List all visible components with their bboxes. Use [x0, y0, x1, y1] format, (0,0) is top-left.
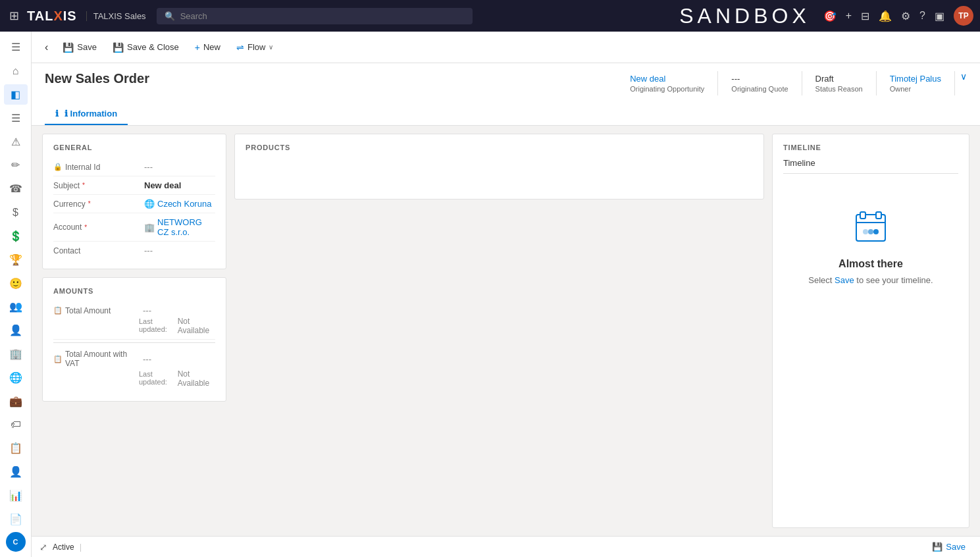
- sidebar-item-pinned[interactable]: ☰: [4, 107, 28, 128]
- sidebar-item-alerts[interactable]: ⚠: [4, 131, 28, 152]
- tab-information[interactable]: ℹ ℹ Information: [45, 103, 128, 125]
- total-amount-value: ---: [143, 305, 151, 315]
- page-header: New Sales Order New deal Originating Opp…: [32, 63, 980, 126]
- status-chevron-icon[interactable]: ∨: [955, 71, 967, 82]
- account-required: *: [84, 224, 87, 231]
- expand-icon[interactable]: ⤢: [39, 542, 47, 552]
- bottom-save-button[interactable]: 💾 Save: [925, 539, 972, 554]
- save-button[interactable]: 💾 Save: [56, 39, 103, 56]
- lock-icon: 🔒: [53, 163, 63, 171]
- sidebar-item-currency[interactable]: $: [4, 202, 28, 223]
- svg-rect-1: [860, 212, 865, 219]
- status-owner: Timotej Palus Owner: [877, 71, 955, 95]
- sidebar-item-contacts-group[interactable]: 👥: [4, 296, 28, 317]
- sidebar-item-documents[interactable]: 📋: [4, 438, 28, 459]
- target-icon[interactable]: 🎯: [823, 10, 837, 22]
- divider: [53, 342, 215, 343]
- status-reason-label: Status Reason: [815, 85, 863, 93]
- total-amount-sub-label: Last updated:: [139, 317, 175, 335]
- sidebar-item-tags[interactable]: 🏷: [4, 414, 28, 435]
- contact-label: Contact: [53, 246, 139, 255]
- svg-point-4: [863, 229, 868, 234]
- total-vat-sub-label: Last updated:: [139, 370, 175, 388]
- sidebar-item-contact[interactable]: 👤: [4, 320, 28, 341]
- grid-menu-icon[interactable]: ⊞: [7, 6, 22, 26]
- sidebar-item-activities[interactable]: ✏: [4, 155, 28, 176]
- sidebar-user-avatar[interactable]: C: [6, 532, 26, 552]
- account-value[interactable]: 🏢 NETWORG CZ s.r.o.: [144, 217, 215, 237]
- timeline-save-link[interactable]: Save: [835, 275, 854, 285]
- app-switcher-icon[interactable]: ▣: [935, 10, 944, 22]
- help-icon[interactable]: ?: [919, 10, 925, 22]
- contact-value[interactable]: ---: [144, 246, 153, 255]
- sidebar-item-home[interactable]: ⌂: [4, 61, 28, 82]
- sidebar-item-recent[interactable]: ◧: [4, 84, 28, 105]
- search-input[interactable]: [180, 11, 465, 21]
- plus-icon[interactable]: +: [846, 10, 852, 22]
- flow-button[interactable]: ⇌ Flow ∨: [230, 39, 280, 56]
- user-avatar[interactable]: TP: [954, 6, 973, 26]
- sidebar-item-opportunities[interactable]: 💲: [4, 226, 28, 247]
- total-amount-sub-value: Not Available: [178, 317, 215, 335]
- currency-required: *: [88, 200, 91, 207]
- sidebar-item-files[interactable]: 📄: [4, 508, 28, 529]
- originating-quote-value: ---: [731, 74, 788, 84]
- app-logo: TALXIS: [27, 9, 77, 24]
- account-label: Account *: [53, 223, 139, 232]
- right-column: TIMELINE Timeline: [772, 134, 969, 528]
- svg-point-5: [868, 229, 873, 234]
- general-title: GENERAL: [53, 144, 215, 151]
- bottom-separator: |: [80, 542, 82, 552]
- sidebar-item-awards[interactable]: 🏆: [4, 249, 28, 270]
- new-button[interactable]: + New: [188, 39, 227, 56]
- page-header-top: New Sales Order New deal Originating Opp…: [45, 71, 967, 101]
- filter-icon[interactable]: ⊟: [861, 10, 869, 22]
- status-originating-opportunity: New deal Originating Opportunity: [617, 71, 718, 95]
- sidebar-toggle[interactable]: ☰: [4, 37, 28, 58]
- save-close-button[interactable]: 💾 Save & Close: [106, 39, 186, 56]
- timeline-label: Timeline: [783, 158, 958, 174]
- owner-value[interactable]: Timotej Palus: [890, 74, 941, 84]
- nav-icons: 🎯 + ⊟ 🔔 ⚙ ? ▣ TP: [823, 6, 973, 26]
- timeline-content: Almost there Select Save to see your tim…: [783, 182, 958, 311]
- main-layout: ☰ ⌂ ◧ ☰ ⚠ ✏ ☎ $ 💲 🏆 🙂 👥 👤 🏢 🌐 💼 🏷 📋 👤 📊 …: [0, 32, 980, 557]
- flow-chevron-icon: ∨: [269, 43, 273, 51]
- sidebar-item-satisfaction[interactable]: 🙂: [4, 273, 28, 294]
- field-account: Account * 🏢 NETWORG CZ s.r.o.: [53, 213, 215, 242]
- sidebar-item-user[interactable]: 👤: [4, 462, 28, 483]
- amounts-title: AMOUNTS: [53, 287, 215, 295]
- sidebar-item-reports[interactable]: 📊: [4, 485, 28, 506]
- internal-id-value: ---: [144, 162, 153, 172]
- logo-text: TALXIS: [27, 9, 77, 24]
- total-vat-label: 📋 Total Amount with VAT: [53, 350, 139, 368]
- total-vat-value: ---: [143, 354, 151, 364]
- toolbar: ‹ 💾 Save 💾 Save & Close + New ⇌ Flow ∨: [32, 32, 980, 63]
- originating-opportunity-value[interactable]: New deal: [630, 74, 704, 84]
- sidebar-item-calls[interactable]: ☎: [4, 178, 28, 199]
- field-internal-id: 🔒 Internal Id ---: [53, 158, 215, 176]
- sidebar-item-cases[interactable]: 💼: [4, 390, 28, 411]
- save-close-icon: 💾: [113, 42, 124, 53]
- field-contact: Contact ---: [53, 242, 215, 259]
- timeline-almost-text: Almost there: [838, 258, 903, 270]
- field-total-vat: 📋 Total Amount with VAT --- Last updated…: [53, 346, 215, 392]
- sandbox-label: SANDBOX: [679, 4, 810, 28]
- svg-rect-2: [876, 212, 881, 219]
- side-navigation: ☰ ⌂ ◧ ☰ ⚠ ✏ ☎ $ 💲 🏆 🙂 👥 👤 🏢 🌐 💼 🏷 📋 👤 📊 …: [0, 32, 32, 557]
- page-tabs: ℹ ℹ Information: [45, 103, 967, 125]
- subject-value[interactable]: New deal: [144, 180, 181, 190]
- currency-value[interactable]: 🌐 Czech Koruna: [144, 199, 211, 209]
- general-section: GENERAL 🔒 Internal Id ---: [42, 134, 226, 269]
- gear-icon[interactable]: ⚙: [901, 10, 910, 22]
- sidebar-bottom: C: [6, 532, 26, 552]
- info-icon: ℹ: [55, 109, 59, 119]
- sidebar-item-accounts[interactable]: 🏢: [4, 344, 28, 365]
- originating-opportunity-label: Originating Opportunity: [630, 85, 704, 93]
- sidebar-item-network[interactable]: 🌐: [4, 367, 28, 388]
- middle-column: PRODUCTS: [234, 134, 764, 528]
- field-subject: Subject * New deal: [53, 176, 215, 195]
- bell-icon[interactable]: 🔔: [879, 10, 892, 22]
- status-originating-quote: --- Originating Quote: [718, 71, 802, 95]
- back-button[interactable]: ‹: [39, 38, 53, 57]
- search-bar[interactable]: 🔍: [157, 8, 473, 24]
